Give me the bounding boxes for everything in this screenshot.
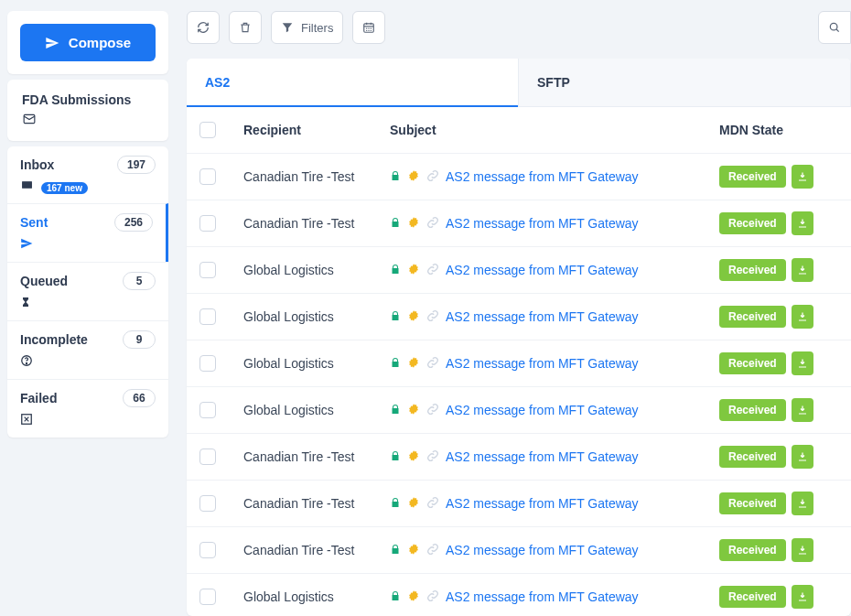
attachment-icon: [426, 263, 439, 278]
mdn-state-badge: Received: [719, 399, 786, 421]
table-row[interactable]: Canadian Tire -TestAS2 message from MFT …: [187, 200, 851, 247]
attachment-icon: [426, 589, 439, 605]
recipient-cell: Global Logistics: [243, 356, 390, 371]
attachment-icon: [426, 496, 439, 512]
subject-link[interactable]: AS2 message from MFT Gateway: [446, 216, 639, 231]
fda-submissions-label: FDA Submissions: [22, 92, 154, 107]
table-row[interactable]: Canadian Tire -TestAS2 message from MFT …: [187, 481, 851, 527]
count-pill: 66: [123, 389, 156, 407]
table-row[interactable]: Canadian Tire -TestAS2 message from MFT …: [187, 434, 851, 481]
download-button[interactable]: [792, 305, 813, 329]
count-pill: 9: [123, 330, 156, 349]
tab-as2[interactable]: AS2: [187, 59, 519, 106]
mdn-state-badge: Received: [719, 212, 786, 234]
attachment-icon: [426, 403, 439, 418]
subject-link[interactable]: AS2 message from MFT Gateway: [446, 169, 639, 184]
recipient-cell: Global Logistics: [243, 403, 390, 417]
delete-button[interactable]: [229, 11, 262, 44]
search-button[interactable]: [818, 11, 851, 44]
row-checkbox[interactable]: [199, 308, 216, 325]
download-button[interactable]: [792, 211, 813, 235]
mdn-state-badge: Received: [719, 492, 786, 514]
count-pill: 256: [114, 213, 153, 232]
subject-link[interactable]: AS2 message from MFT Gateway: [446, 496, 639, 511]
row-checkbox[interactable]: [199, 168, 216, 185]
row-checkbox[interactable]: [199, 215, 216, 232]
row-checkbox[interactable]: [199, 542, 216, 558]
table-row[interactable]: Global LogisticsAS2 message from MFT Gat…: [187, 247, 851, 294]
nav-label: Failed: [20, 391, 57, 405]
table-row[interactable]: Global LogisticsAS2 message from MFT Gat…: [187, 294, 851, 340]
sidebar-item-queued[interactable]: Queued5: [7, 262, 168, 320]
sidebar-item-sent[interactable]: Sent256: [7, 203, 168, 262]
sidebar-item-incomplete[interactable]: Incomplete9: [7, 320, 168, 379]
trash-icon: [239, 21, 252, 34]
certificate-icon: [407, 309, 420, 325]
calendar-icon: [362, 21, 375, 34]
lock-icon: [390, 589, 401, 605]
download-button[interactable]: [792, 258, 813, 282]
download-button[interactable]: [792, 492, 813, 515]
lock-icon: [390, 449, 401, 465]
download-button[interactable]: [792, 538, 813, 562]
svg-point-3: [26, 362, 27, 363]
lock-icon: [390, 543, 401, 558]
tabs: AS2SFTP: [187, 59, 851, 107]
refresh-button[interactable]: [187, 11, 220, 44]
certificate-icon: [407, 403, 420, 418]
row-checkbox[interactable]: [199, 355, 216, 372]
nav-label: Queued: [20, 274, 68, 288]
funnel-icon: [281, 21, 294, 34]
toolbar: Filters: [187, 11, 851, 59]
certificate-icon: [407, 263, 420, 278]
calendar-button[interactable]: [352, 11, 385, 44]
attachment-icon: [426, 216, 439, 232]
subject-link[interactable]: AS2 message from MFT Gateway: [446, 543, 639, 557]
row-checkbox[interactable]: [199, 589, 216, 605]
refresh-icon: [197, 21, 210, 34]
recipient-cell: Global Logistics: [243, 589, 390, 604]
fda-card[interactable]: FDA Submissions: [7, 80, 168, 141]
row-checkbox[interactable]: [199, 402, 216, 418]
subject-link[interactable]: AS2 message from MFT Gateway: [446, 403, 639, 417]
select-all-checkbox[interactable]: [199, 122, 216, 138]
compose-button[interactable]: Compose: [20, 24, 156, 61]
hourglass-icon: [20, 296, 156, 311]
col-recipient: Recipient: [243, 123, 390, 137]
sidebar-item-failed[interactable]: Failed66: [7, 379, 168, 438]
subject-link[interactable]: AS2 message from MFT Gateway: [446, 449, 639, 464]
filters-button[interactable]: Filters: [271, 11, 343, 44]
recipient-cell: Global Logistics: [243, 263, 390, 277]
download-button[interactable]: [792, 445, 813, 469]
subject-link[interactable]: AS2 message from MFT Gateway: [446, 589, 639, 604]
envelope-icon: [22, 113, 154, 128]
download-button[interactable]: [792, 585, 813, 609]
tab-sftp[interactable]: SFTP: [519, 59, 851, 106]
table-row[interactable]: Global LogisticsAS2 message from MFT Gat…: [187, 574, 851, 616]
table-header: Recipient Subject MDN State: [187, 107, 851, 154]
mdn-state-badge: Received: [719, 586, 786, 608]
subject-link[interactable]: AS2 message from MFT Gateway: [446, 356, 639, 371]
table-row[interactable]: Global LogisticsAS2 message from MFT Gat…: [187, 387, 851, 434]
attachment-icon: [426, 543, 439, 558]
sidebar-item-inbox[interactable]: Inbox197167 new: [7, 146, 168, 203]
attachment-icon: [426, 309, 439, 325]
download-button[interactable]: [792, 398, 813, 422]
row-checkbox[interactable]: [199, 448, 216, 465]
subject-link[interactable]: AS2 message from MFT Gateway: [446, 263, 639, 277]
table-row[interactable]: Global LogisticsAS2 message from MFT Gat…: [187, 340, 851, 387]
table-row[interactable]: Canadian Tire -TestAS2 message from MFT …: [187, 527, 851, 574]
certificate-icon: [407, 496, 420, 512]
download-button[interactable]: [792, 351, 813, 375]
attachment-icon: [426, 356, 439, 372]
certificate-icon: [407, 169, 420, 185]
lock-icon: [390, 169, 401, 185]
row-checkbox[interactable]: [199, 495, 216, 512]
nav-card: Inbox197167 newSent256Queued5Incomplete9…: [7, 146, 168, 438]
download-button[interactable]: [792, 165, 813, 189]
messages-card: AS2SFTP Recipient Subject MDN State Cana…: [187, 59, 851, 616]
subject-link[interactable]: AS2 message from MFT Gateway: [446, 309, 639, 324]
col-subject: Subject: [390, 123, 719, 137]
table-row[interactable]: Canadian Tire -TestAS2 message from MFT …: [187, 154, 851, 200]
row-checkbox[interactable]: [199, 262, 216, 278]
